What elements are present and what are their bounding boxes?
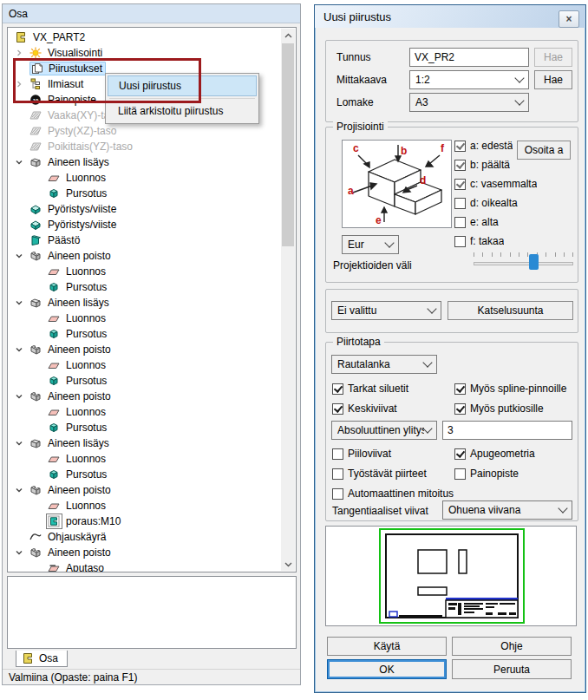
checkbox-tyostavat-piirteet[interactable]: Työstävät piirteet	[332, 467, 427, 481]
tree-item-21[interactable]: Luonnos	[8, 357, 281, 373]
checkbox-keskiviivat[interactable]: Keskiviivat	[332, 402, 397, 415]
checkbox-myos-putkiosille[interactable]: Myös putkiosille	[454, 402, 544, 415]
osoita-a-button[interactable]: Osoita a	[517, 141, 571, 160]
tree-item-14[interactable]: Aineen poisto	[8, 248, 281, 264]
tree-item-20[interactable]: Aineen poisto	[8, 342, 281, 357]
menu-item-1[interactable]: Liitä arkistoitu piirustus	[108, 101, 257, 121]
checkbox-icon[interactable]	[332, 403, 343, 415]
checkbox-icon[interactable]	[332, 488, 343, 500]
projection-standard-select[interactable]: Eur	[342, 235, 399, 254]
tangent-lines-select[interactable]: Ohuena viivana	[442, 500, 572, 520]
checkbox-icon[interactable]	[454, 160, 466, 171]
scrollbar-thumb[interactable]	[282, 43, 294, 246]
chevron-expanded-icon[interactable]	[15, 252, 29, 260]
ylitys-input[interactable]	[442, 421, 572, 440]
tree-item-33[interactable]: Aineen poisto	[8, 545, 281, 560]
tree-item-32[interactable]: Ohjauskäyrä	[8, 529, 281, 545]
checkbox-view-4[interactable]: e: alta	[454, 215, 499, 229]
chevron-collapsed-icon[interactable]	[15, 49, 29, 57]
checkbox-icon[interactable]	[454, 236, 466, 247]
checkbox-icon[interactable]	[454, 141, 466, 152]
tree-item-24[interactable]: Luonnos	[8, 404, 281, 420]
menu-item-0[interactable]: Uusi piirustus	[108, 75, 257, 96]
lomake-select[interactable]: A3	[409, 93, 529, 112]
fillet-icon	[29, 219, 42, 231]
checkbox-icon[interactable]	[454, 403, 466, 415]
tree-item-16[interactable]: Pursotus	[8, 279, 281, 295]
tree-item-11[interactable]: Pyöristys/viiste	[8, 201, 281, 217]
chevron-expanded-icon[interactable]	[15, 158, 29, 167]
close-icon[interactable]: ×	[559, 10, 579, 28]
chevron-expanded-icon[interactable]	[15, 345, 29, 354]
chevron-expanded-icon[interactable]	[15, 548, 29, 557]
tree-item-10[interactable]: Pursotus	[8, 186, 281, 201]
tree-item-8[interactable]: Aineen lisäys	[8, 154, 281, 170]
tree-item-26[interactable]: Aineen lisäys	[8, 435, 281, 451]
panel-title: Osa	[3, 4, 300, 23]
tree-item-label: Luonnos	[64, 500, 108, 512]
tree-item-23[interactable]: Aineen poisto	[8, 389, 281, 404]
tree-item-22[interactable]: Pursotus	[8, 373, 281, 389]
apply-button[interactable]: Käytä	[327, 637, 447, 656]
chevron-collapsed-icon[interactable]	[15, 80, 29, 88]
scroll-down-icon[interactable]	[281, 558, 295, 571]
checkbox-tarkat-siluetit[interactable]: Tarkat siluetit	[332, 382, 408, 396]
tunnus-input[interactable]	[409, 48, 529, 67]
tree-item-30[interactable]: Luonnos	[8, 498, 281, 514]
slider-thumb[interactable]	[529, 254, 539, 270]
tree-item-25[interactable]: Pursotus	[8, 420, 281, 435]
checkbox-icon[interactable]	[332, 468, 343, 480]
projection-spacing-slider[interactable]	[474, 252, 573, 271]
chevron-expanded-icon[interactable]	[15, 439, 29, 448]
checkbox-painopiste[interactable]: Painopiste	[454, 467, 519, 481]
tree-item-28[interactable]: Pursotus	[8, 467, 281, 482]
tree-item-19[interactable]: Pursotus	[8, 326, 281, 342]
tab-osa[interactable]: Osa	[16, 651, 68, 667]
view-direction-select[interactable]: Ei valittu	[331, 301, 441, 320]
tree-item-12[interactable]: Pyöristys/viiste	[8, 217, 281, 232]
checkbox-view-1[interactable]: b: päältä	[454, 158, 510, 172]
checkbox-icon[interactable]	[454, 179, 466, 190]
checkbox-icon[interactable]	[332, 448, 343, 460]
tree-item-31[interactable]: poraus:M10	[8, 514, 281, 529]
ylitys-select[interactable]: Absoluuttinen ylitys (mm)	[331, 421, 437, 440]
katselusuunta-button[interactable]: Katselusuunta	[448, 301, 573, 320]
checkbox-view-2[interactable]: c: vasemmalta	[454, 177, 537, 191]
checkbox-myos-spline[interactable]: Myös spline-pinnoille	[454, 382, 566, 396]
checkbox-view-5[interactable]: f: takaa	[454, 234, 504, 248]
tree-item-29[interactable]: Aineen poisto	[8, 482, 281, 498]
help-button[interactable]: Ohje	[452, 637, 572, 656]
checkbox-apugeometria[interactable]: Apugeometria	[454, 447, 535, 461]
checkbox-icon[interactable]	[332, 383, 343, 395]
tree-item-17[interactable]: Aineen lisäys	[8, 295, 281, 311]
tree-item-13[interactable]: Päästö	[8, 232, 281, 248]
scroll-up-icon[interactable]	[281, 29, 295, 42]
tree-item-18[interactable]: Luonnos	[8, 311, 281, 326]
chevron-expanded-icon[interactable]	[15, 486, 29, 494]
checkbox-icon[interactable]	[454, 383, 466, 395]
hae-mittakaava-button[interactable]: Hae	[534, 70, 572, 89]
tree-item-1[interactable]: Visualisointi	[8, 45, 281, 61]
mittakaava-select[interactable]: 1:2	[409, 70, 529, 89]
cancel-button[interactable]: Peruuta	[452, 659, 572, 679]
tree-item-15[interactable]: Luonnos	[8, 264, 281, 279]
chevron-expanded-icon[interactable]	[15, 392, 29, 401]
checkbox-icon[interactable]	[454, 468, 466, 480]
tree-item-34[interactable]: Aputaso	[8, 560, 281, 572]
tree-item-9[interactable]: Luonnos	[8, 170, 281, 186]
tree-item-0[interactable]: VX_PART2	[8, 29, 281, 45]
draw-mode-select[interactable]: Rautalanka	[331, 355, 437, 374]
checkbox-view-0[interactable]: a: edestä	[454, 139, 513, 153]
tree-item-27[interactable]: Luonnos	[8, 451, 281, 467]
checkbox-piiloviivat[interactable]: Piiloviivat	[332, 447, 391, 461]
ok-button[interactable]: OK	[327, 659, 447, 679]
tree-item-label: Visualisointi	[46, 47, 104, 59]
checkbox-icon[interactable]	[454, 198, 466, 209]
checkbox-icon[interactable]	[454, 448, 466, 460]
chevron-expanded-icon[interactable]	[15, 298, 29, 307]
tree-scrollbar[interactable]	[281, 29, 295, 571]
checkbox-icon[interactable]	[454, 217, 466, 228]
fillet-icon	[29, 203, 42, 215]
checkbox-view-3[interactable]: d: oikealta	[454, 196, 518, 210]
checkbox-automaattinen-mitoitus[interactable]: Automaattinen mitoitus	[332, 487, 454, 500]
